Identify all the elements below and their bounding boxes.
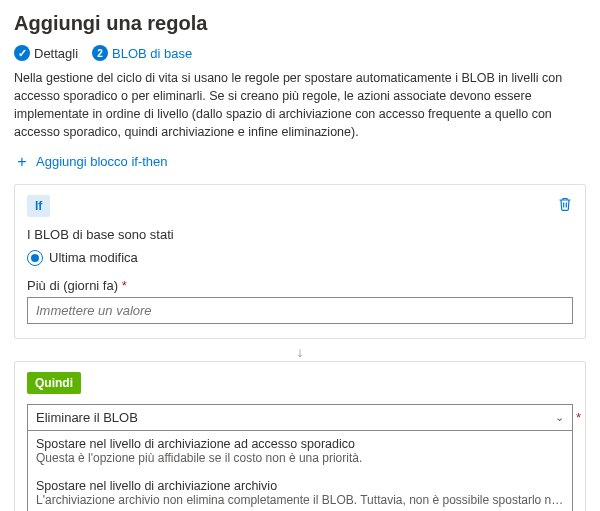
flow-arrow-icon: ↓ bbox=[14, 343, 586, 361]
if-heading: I BLOB di base sono stati bbox=[27, 227, 573, 242]
action-option-title: Spostare nel livello di archiviazione ar… bbox=[36, 479, 564, 493]
if-badge: If bbox=[27, 195, 50, 217]
radio-icon bbox=[27, 250, 43, 266]
stepper: ✓ Dettagli 2 BLOB di base bbox=[14, 45, 586, 61]
days-ago-input[interactable] bbox=[27, 297, 573, 324]
action-option-desc: Questa è l'opzione più affidabile se il … bbox=[36, 451, 564, 465]
action-dropdown-field[interactable]: Eliminare il BLOB ⌄ bbox=[27, 404, 573, 431]
action-dropdown[interactable]: Eliminare il BLOB ⌄ * Spostare nel livel… bbox=[27, 404, 573, 512]
add-if-then-button[interactable]: + Aggiungi blocco if-then bbox=[14, 150, 168, 174]
step-details[interactable]: ✓ Dettagli bbox=[14, 45, 78, 61]
trash-icon bbox=[557, 196, 573, 212]
plus-icon: + bbox=[14, 154, 30, 170]
page-title: Aggiungi una regola bbox=[14, 12, 586, 35]
action-option-desc: L'archiviazione archivio non elimina com… bbox=[36, 493, 564, 507]
radio-last-modified[interactable]: Ultima modifica bbox=[27, 250, 573, 266]
days-ago-label: Più di (giorni fa) * bbox=[27, 278, 573, 293]
delete-block-button[interactable] bbox=[557, 196, 573, 215]
if-panel: If I BLOB di base sono stati Ultima modi… bbox=[14, 184, 586, 339]
action-option[interactable]: Spostare nel livello di archiviazione ad… bbox=[28, 431, 572, 473]
then-badge: Quindi bbox=[27, 372, 81, 394]
then-panel: Quindi Eliminare il BLOB ⌄ * Spostare ne… bbox=[14, 361, 586, 512]
step-base-blobs-label: BLOB di base bbox=[112, 46, 192, 61]
action-option-title: Spostare nel livello di archiviazione ad… bbox=[36, 437, 564, 451]
action-option[interactable]: Spostare nel livello di archiviazione ar… bbox=[28, 473, 572, 512]
check-icon: ✓ bbox=[14, 45, 30, 61]
step-details-label: Dettagli bbox=[34, 46, 78, 61]
chevron-down-icon: ⌄ bbox=[555, 411, 564, 424]
add-if-then-label: Aggiungi blocco if-then bbox=[36, 154, 168, 169]
step-base-blobs[interactable]: 2 BLOB di base bbox=[92, 45, 192, 61]
step-number-icon: 2 bbox=[92, 45, 108, 61]
action-dropdown-options: Spostare nel livello di archiviazione ad… bbox=[27, 431, 573, 512]
action-required-mark: * bbox=[576, 410, 581, 425]
intro-text: Nella gestione del ciclo di vita si usan… bbox=[14, 69, 586, 142]
action-dropdown-value: Eliminare il BLOB bbox=[36, 410, 138, 425]
radio-last-modified-label: Ultima modifica bbox=[49, 250, 138, 265]
